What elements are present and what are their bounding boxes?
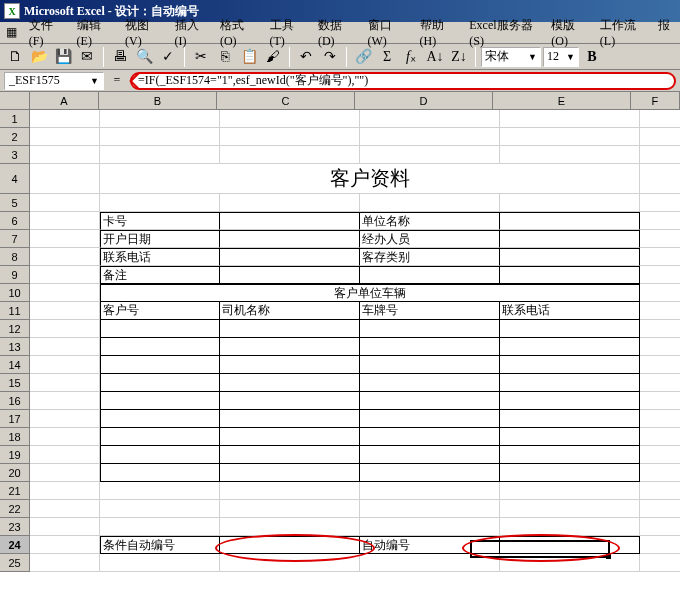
cell[interactable] [360,428,500,446]
row-header[interactable]: 11 [0,302,30,320]
cell[interactable] [500,194,640,212]
row-header[interactable]: 3 [0,146,30,164]
cell[interactable] [500,518,640,536]
cell[interactable] [220,446,360,464]
font-name-select[interactable]: 宋体 ▼ [481,47,541,67]
cell[interactable] [640,266,680,284]
row-header[interactable]: 12 [0,320,30,338]
cell[interactable] [500,212,640,230]
select-all-corner[interactable] [0,92,30,110]
row-header[interactable]: 22 [0,500,30,518]
sheet-title[interactable]: 客户资料 [100,164,640,194]
cell[interactable] [640,110,680,128]
cell[interactable] [360,128,500,146]
cell[interactable] [360,392,500,410]
cell[interactable] [30,518,100,536]
cell[interactable] [640,374,680,392]
cell[interactable] [30,554,100,572]
row-header[interactable]: 8 [0,248,30,266]
cell[interactable] [30,392,100,410]
cell[interactable] [220,338,360,356]
cell[interactable] [100,194,220,212]
cell[interactable] [500,464,640,482]
menu-excel-server[interactable]: Excel服务器(S) [463,15,545,51]
cell[interactable] [640,464,680,482]
name-box[interactable]: _ESF1575 ▼ [4,72,104,90]
menu-report[interactable]: 报 [652,15,676,51]
cell[interactable] [30,338,100,356]
cell[interactable] [220,356,360,374]
cell[interactable] [640,284,680,302]
cell[interactable] [100,518,220,536]
cell[interactable] [220,464,360,482]
cell[interactable] [220,536,360,554]
cell[interactable] [360,266,500,284]
cell[interactable]: 单位名称 [360,212,500,230]
cell[interactable] [100,482,220,500]
cell[interactable] [100,464,220,482]
row-header[interactable]: 25 [0,554,30,572]
cell[interactable] [360,146,500,164]
cell[interactable] [30,164,100,194]
cell[interactable] [360,194,500,212]
cell[interactable] [100,128,220,146]
formula-input[interactable]: =IF(_ESF1574="1",esf_newId("客户编号"),"") [130,72,676,90]
cell[interactable] [500,146,640,164]
row-header[interactable]: 18 [0,428,30,446]
row-header[interactable]: 10 [0,284,30,302]
paste-icon[interactable]: 📋 [238,46,260,68]
cell[interactable]: 联系电话 [500,302,640,320]
cell[interactable] [30,146,100,164]
cell[interactable] [640,554,680,572]
cell[interactable] [500,428,640,446]
cell[interactable] [220,212,360,230]
link-icon[interactable]: 🔗 [352,46,374,68]
cell[interactable] [30,128,100,146]
cell[interactable] [30,500,100,518]
cell[interactable] [100,320,220,338]
cell[interactable] [30,536,100,554]
cell[interactable] [640,248,680,266]
cell[interactable] [640,428,680,446]
cell[interactable] [640,128,680,146]
cell[interactable] [360,482,500,500]
cell[interactable] [220,410,360,428]
cell[interactable] [100,146,220,164]
row-header[interactable]: 9 [0,266,30,284]
cell[interactable] [360,410,500,428]
font-size-select[interactable]: 12 ▼ [543,47,579,67]
row-header[interactable]: 1 [0,110,30,128]
cell[interactable] [500,128,640,146]
cell[interactable] [220,482,360,500]
row-header[interactable]: 5 [0,194,30,212]
cell[interactable] [640,302,680,320]
cell[interactable] [640,164,680,194]
cell[interactable]: 条件自动编号 [100,536,220,554]
cell[interactable] [30,266,100,284]
cell[interactable] [100,356,220,374]
cell[interactable]: 车牌号 [360,302,500,320]
cell[interactable] [100,554,220,572]
cell[interactable] [30,320,100,338]
cell[interactable] [500,230,640,248]
row-header[interactable]: 17 [0,410,30,428]
cell[interactable]: 联系电话 [100,248,220,266]
col-header[interactable]: A [30,92,99,110]
col-header[interactable]: E [493,92,631,110]
cell[interactable] [30,248,100,266]
cell[interactable]: 司机名称 [220,302,360,320]
save-icon[interactable]: 💾 [52,46,74,68]
cell[interactable] [100,338,220,356]
cell[interactable] [30,356,100,374]
cell[interactable] [220,392,360,410]
cell[interactable] [30,464,100,482]
spell-icon[interactable]: ✓ [157,46,179,68]
cell[interactable] [100,410,220,428]
cell[interactable] [500,266,640,284]
cell[interactable] [30,410,100,428]
cell[interactable] [500,374,640,392]
cell[interactable] [220,146,360,164]
row-header[interactable]: 24 [0,536,30,554]
cell[interactable] [100,392,220,410]
cell[interactable] [220,320,360,338]
